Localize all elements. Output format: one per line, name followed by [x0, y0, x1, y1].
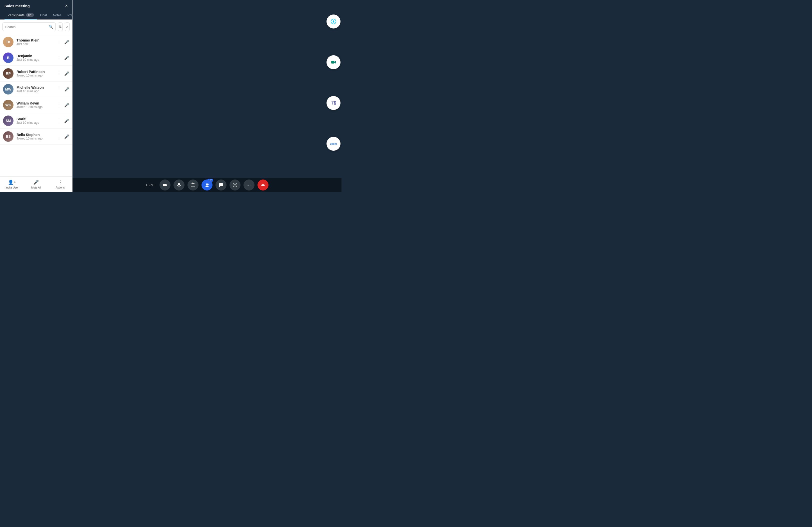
participant-info: Benjamin Just 10 mins ago	[16, 54, 56, 61]
more-options-icon[interactable]: ⋮	[56, 86, 62, 93]
mute-icon[interactable]: 🎤	[64, 118, 69, 123]
participant-name: Thomas Klein	[16, 38, 56, 42]
participants-button[interactable]: 128	[202, 179, 213, 190]
participant-status: Joined 10 mins ago	[16, 74, 56, 77]
sidebar-footer: 👤+ Invite User 🎤 Mute All ⋮ Actions	[0, 176, 72, 192]
participant-actions: ⋮ 🎤	[56, 38, 69, 46]
more-button[interactable]: ···	[244, 179, 255, 190]
window-title: Sales meeting	[4, 4, 30, 8]
svg-point-15	[235, 185, 236, 185]
mute-all-icon: 🎤	[33, 179, 39, 185]
microphone-button[interactable]	[174, 179, 185, 190]
participant-info: Bella Stephen Joined 10 mins ago	[16, 133, 56, 140]
participant-name: Smriti	[16, 117, 56, 121]
svg-point-11	[206, 184, 208, 185]
svg-rect-2	[331, 61, 334, 63]
participant-status: Just 10 mins ago	[16, 58, 56, 61]
avatar: RP	[3, 68, 14, 79]
app-icons-column: T zoom	[327, 2, 340, 163]
mute-icon[interactable]: 🎤	[64, 56, 69, 60]
webex-icon-button[interactable]	[327, 15, 340, 29]
svg-rect-7	[178, 183, 180, 186]
participant-status: Just now	[16, 42, 56, 46]
participant-actions: ⋮ 🎤	[56, 133, 69, 140]
close-button[interactable]: ×	[65, 3, 68, 8]
bottom-toolbar: 13:50	[72, 178, 342, 192]
participant-name: William Kevin	[16, 101, 56, 105]
invite-user-icon: 👤+	[8, 179, 16, 185]
filter-button[interactable]: ⊿	[65, 23, 70, 31]
zoom-icon-button[interactable]: zoom	[327, 137, 340, 151]
main-content: Robert Klein Ratan Sharma Jane Charlotte…	[72, 0, 342, 192]
window-title-bar: Sales meeting ×	[4, 3, 68, 8]
participant-info: William Kevin Joined 10 mins ago	[16, 101, 56, 109]
mute-icon[interactable]: 🎤	[64, 40, 69, 44]
invite-user-label: Invite User	[5, 186, 19, 189]
mute-icon[interactable]: 🎤	[64, 134, 69, 139]
participants-count-badge: 128	[207, 179, 213, 182]
more-options-icon[interactable]: ⋮	[56, 54, 62, 61]
avatar: MW	[3, 84, 14, 94]
avatar: B	[3, 53, 14, 63]
google-meet-icon-button[interactable]	[327, 55, 340, 69]
share-button[interactable]	[188, 179, 199, 190]
list-item[interactable]: WK William Kevin Joined 10 mins ago ⋮ 🎤	[0, 97, 72, 113]
actions-icon: ⋮	[58, 179, 62, 185]
mute-icon[interactable]: 🎤	[64, 87, 69, 92]
filter-icon: ⊿	[66, 25, 69, 29]
participant-status: Just 10 mins ago	[16, 89, 56, 93]
avatar: WK	[3, 100, 14, 110]
list-item[interactable]: SM Smriti Just 10 mins ago ⋮ 🎤	[0, 113, 72, 129]
tab-notes[interactable]: Notes	[50, 11, 64, 19]
sidebar: Sales meeting × Participants 128 Chat No…	[0, 0, 72, 192]
list-item[interactable]: TK Thomas Klein Just now ⋮ 🎤	[0, 34, 72, 50]
chat-button[interactable]	[216, 179, 227, 190]
tabs-bar: Participants 128 Chat Notes Polls >	[4, 11, 68, 19]
sort-icon: ⇅	[59, 25, 62, 29]
more-options-icon[interactable]: ⋮	[56, 101, 62, 109]
participant-name: Robert Pattinson	[16, 70, 56, 74]
tab-participants[interactable]: Participants 128	[4, 11, 37, 19]
avatar: SM	[3, 116, 14, 126]
svg-rect-5	[163, 184, 166, 186]
more-options-icon[interactable]: ⋮	[56, 117, 62, 125]
video-grid: Robert Klein Ratan Sharma Jane Charlotte…	[72, 0, 324, 8]
mute-all-label: Mute All	[31, 186, 41, 189]
participant-actions: ⋮ 🎤	[56, 101, 69, 109]
list-item[interactable]: B Benjamin Just 10 mins ago ⋮ 🎤	[0, 50, 72, 66]
participant-actions: ⋮ 🎤	[56, 86, 69, 93]
svg-marker-6	[166, 184, 167, 186]
tab-chat[interactable]: Chat	[37, 11, 50, 19]
zoom-label: zoom	[330, 142, 337, 145]
participant-actions: ⋮ 🎤	[56, 70, 69, 77]
more-dots-icon: ···	[247, 183, 251, 187]
list-item[interactable]: RP Robert Pattinson Joined 10 mins ago ⋮…	[0, 66, 72, 82]
reactions-button[interactable]	[230, 179, 241, 190]
invite-user-button[interactable]: 👤+ Invite User	[0, 176, 24, 192]
participants-list: TK Thomas Klein Just now ⋮ 🎤 B Benjamin …	[0, 34, 72, 176]
svg-marker-1	[334, 61, 336, 63]
mute-icon[interactable]: 🎤	[64, 103, 69, 107]
actions-button[interactable]: ⋮ Actions	[48, 176, 72, 192]
list-item[interactable]: MW Michelle Watson Just 10 mins ago ⋮ 🎤	[0, 82, 72, 97]
sort-button[interactable]: ⇅	[58, 23, 63, 31]
microsoft-teams-icon-button[interactable]: T	[327, 96, 340, 110]
camera-button[interactable]	[160, 179, 171, 190]
call-timer: 13:50	[145, 183, 154, 187]
more-options-icon[interactable]: ⋮	[56, 38, 62, 46]
sidebar-header: Sales meeting × Participants 128 Chat No…	[0, 0, 72, 19]
list-item[interactable]: BS Bella Stephen Joined 10 mins ago ⋮ 🎤	[0, 129, 72, 145]
svg-point-4	[334, 101, 336, 103]
participant-info: Michelle Watson Just 10 mins ago	[16, 86, 56, 93]
search-input[interactable]	[5, 25, 47, 29]
svg-point-13	[233, 183, 237, 187]
more-options-icon[interactable]: ⋮	[56, 70, 62, 77]
avatar: BS	[3, 131, 14, 142]
more-options-icon[interactable]: ⋮	[56, 133, 62, 140]
svg-point-14	[234, 185, 234, 185]
mute-all-button[interactable]: 🎤 Mute All	[24, 176, 48, 192]
end-call-button[interactable]	[258, 179, 269, 190]
search-box: 🔍	[2, 23, 56, 31]
participant-status: Just 10 mins ago	[16, 121, 56, 125]
mute-icon[interactable]: 🎤	[64, 71, 69, 76]
